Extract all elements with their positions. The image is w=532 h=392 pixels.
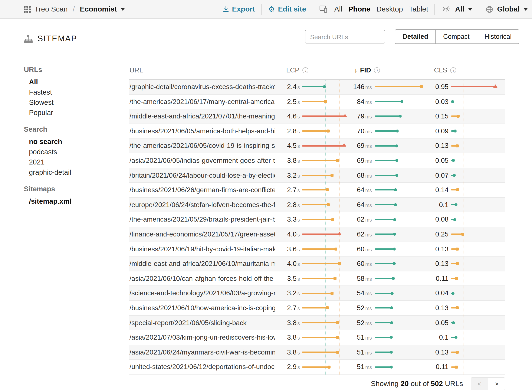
prev-page-button[interactable]: < [471, 378, 488, 390]
export-label: Export [232, 5, 255, 14]
url-cell[interactable]: /the-americas/2021/06/05/covid-19-is-ins… [130, 139, 275, 153]
search-input[interactable] [305, 30, 385, 43]
url-cell[interactable]: /business/2021/06/19/hit-by-covid-19-ita… [130, 242, 275, 256]
network-selector[interactable]: All [441, 5, 472, 14]
url-cell[interactable]: /middle-east-and-africa/2021/07/01/the-m… [130, 109, 275, 123]
fid-value: 68ms [337, 168, 372, 182]
fid-value: 54ms [337, 286, 372, 300]
info-icon[interactable]: i [374, 67, 380, 73]
table-row[interactable]: /middle-east-and-africa/2021/07/01/the-m… [129, 109, 505, 124]
cls-value: 0.07 [422, 168, 449, 182]
info-icon[interactable]: i [302, 67, 308, 73]
url-cell[interactable]: /finance-and-economics/2021/05/17/green-… [130, 227, 275, 241]
url-cell[interactable]: /united-states/2021/06/12/deportations-o… [130, 360, 275, 374]
url-cell[interactable]: /the-americas/2021/06/17/many-central-am… [130, 94, 275, 108]
table-row[interactable]: /asia/2021/06/24/myanmars-civil-war-is-b… [129, 345, 505, 360]
sidebar-item-slowest[interactable]: Slowest [29, 97, 118, 107]
sidebar-item-sitemap-xml[interactable]: /sitemap.xml [29, 196, 118, 206]
lcp-value: 4.5s [276, 139, 300, 153]
url-cell[interactable]: /asia/2021/06/05/indias-government-goes-… [130, 153, 275, 168]
good-circle-marker [323, 85, 326, 89]
table-row[interactable]: /europe/2021/06/24/stefan-lofven-becomes… [129, 198, 505, 212]
table-row[interactable]: /business/2021/06/05/america-both-helps-… [129, 124, 505, 139]
column-header-lcp[interactable]: LCP i [267, 61, 308, 79]
region-selector[interactable]: Global [486, 5, 528, 14]
column-header-fid[interactable]: ↓ FID i [329, 61, 380, 79]
table-row[interactable]: /asia/2021/06/05/indias-government-goes-… [129, 153, 505, 168]
url-cell[interactable]: /science-and-technology/2021/06/03/a-gro… [130, 286, 275, 300]
device-filter-desktop[interactable]: Desktop [376, 5, 403, 14]
app-name[interactable]: Treo Scan [34, 5, 68, 14]
page-title: SITEMAP [24, 34, 77, 43]
lcp-unit: s [297, 247, 300, 252]
sidebar-item-all[interactable]: All [29, 77, 118, 87]
fid-unit: ms [365, 276, 372, 281]
table-row[interactable]: /business/2021/06/10/how-america-inc-is-… [129, 301, 505, 316]
view-tab-compact[interactable]: Compact [435, 30, 477, 43]
lcp-value: 3.2s [276, 168, 300, 182]
lcp-value: 4.0s [276, 257, 300, 271]
fid-value: 51ms [337, 360, 372, 374]
table-row[interactable]: /business/2021/06/19/hit-by-covid-19-ita… [129, 242, 505, 257]
column-header-cls[interactable]: CLS i [408, 61, 456, 79]
fid-value: 64ms [337, 183, 372, 197]
url-cell[interactable]: /middle-east-and-africa/2021/06/10/mauri… [130, 257, 275, 271]
view-tab-historical[interactable]: Historical [477, 30, 519, 43]
sidebar-item-popular[interactable]: Popular [29, 107, 118, 118]
url-cell[interactable]: /asia/2021/06/24/myanmars-civil-war-is-b… [130, 345, 275, 359]
view-mode-tabs: DetailedCompactHistorical [395, 29, 519, 44]
table-row[interactable]: /britain/2021/06/24/labour-could-lose-a-… [129, 168, 505, 183]
url-cell[interactable]: /business/2021/06/05/america-both-helps-… [130, 124, 275, 138]
lcp-value: 2.9s [276, 360, 300, 374]
showing-prefix: Showing [371, 380, 401, 388]
warn-square-marker [420, 85, 423, 89]
url-cell[interactable]: /business/2021/06/10/how-america-inc-is-… [130, 301, 275, 315]
table-row[interactable]: /asia/2021/07/03/kim-jong-un-rediscovers… [129, 330, 505, 345]
sidebar-item-no-search[interactable]: no search [29, 136, 118, 147]
table-row[interactable]: /science-and-technology/2021/06/03/a-gro… [129, 286, 505, 301]
url-cell[interactable]: /special-report/2021/06/05/sliding-back [130, 316, 275, 330]
export-button[interactable]: Export [222, 5, 255, 14]
table-row[interactable]: /united-states/2021/06/12/deportations-o… [129, 360, 505, 374]
view-tab-detailed[interactable]: Detailed [395, 30, 435, 43]
url-cell[interactable]: /asia/2021/07/03/kim-jong-un-rediscovers… [130, 330, 275, 344]
edit-site-button[interactable]: ⚙ Edit site [268, 5, 306, 14]
column-header-url[interactable]: URL [130, 61, 143, 79]
url-cell[interactable]: /graphic-detail/coronavirus-excess-death… [130, 80, 275, 94]
lcp-unit: s [297, 173, 300, 178]
device-filter-all[interactable]: All [334, 5, 342, 14]
device-filter-tablet[interactable]: Tablet [409, 5, 428, 14]
fid-value: 62ms [337, 212, 372, 226]
sidebar-item-2021[interactable]: 2021 [29, 157, 118, 167]
fid-unit: ms [365, 129, 372, 134]
sidebar-item-graphic-detail[interactable]: graphic-detail [29, 167, 118, 177]
sidebar-item-podcasts[interactable]: podcasts [29, 147, 118, 157]
url-cell[interactable]: /business/2021/06/26/german-firms-are-co… [130, 183, 275, 197]
poor-triangle-marker [337, 232, 341, 235]
url-cell[interactable]: /britain/2021/06/24/labour-could-lose-a-… [130, 168, 275, 182]
url-cell[interactable]: /the-americas/2021/05/29/brazils-preside… [130, 212, 275, 226]
good-circle-marker [391, 292, 393, 295]
warn-square-marker [461, 233, 464, 236]
next-page-button[interactable]: > [488, 378, 505, 390]
app-grid-icon[interactable] [24, 6, 31, 13]
device-filter-phone[interactable]: Phone [348, 5, 370, 14]
table-row[interactable]: /business/2021/06/26/german-firms-are-co… [129, 183, 505, 197]
sidebar-item-fastest[interactable]: Fastest [29, 87, 118, 97]
table-row[interactable]: /middle-east-and-africa/2021/06/10/mauri… [129, 257, 505, 271]
warn-square-marker [331, 292, 333, 295]
info-icon[interactable]: i [450, 67, 456, 73]
site-selector[interactable]: Economist [80, 5, 125, 14]
table-row[interactable]: /the-americas/2021/06/05/covid-19-is-ins… [129, 139, 505, 153]
table-row[interactable]: /the-americas/2021/06/17/many-central-am… [129, 94, 505, 109]
url-cell[interactable]: /asia/2021/06/10/can-afghan-forces-hold-… [130, 271, 275, 285]
warn-square-marker [333, 277, 336, 280]
good-circle-marker [453, 218, 456, 221]
table-row[interactable]: /special-report/2021/06/05/sliding-back3… [129, 316, 505, 330]
table-row[interactable]: /finance-and-economics/2021/05/17/green-… [129, 227, 505, 242]
table-row[interactable]: /the-americas/2021/05/29/brazils-preside… [129, 212, 505, 227]
table-row[interactable]: /asia/2021/06/10/can-afghan-forces-hold-… [129, 271, 505, 286]
url-cell[interactable]: /europe/2021/06/24/stefan-lofven-becomes… [130, 198, 275, 212]
good-circle-marker [390, 365, 393, 368]
table-row[interactable]: /graphic-detail/coronavirus-excess-death… [129, 80, 505, 94]
